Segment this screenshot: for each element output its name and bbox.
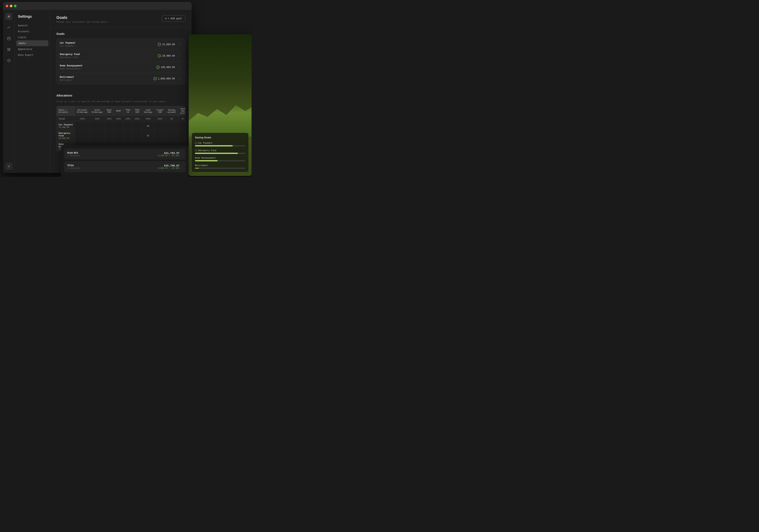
- sidebar-item-data-export[interactable]: Data Export: [15, 52, 50, 58]
- cell-total-joint[interactable]: 100%: [90, 116, 104, 122]
- add-goal-icon: ⊕: [165, 17, 167, 20]
- account-right: $31,784.97 6,528.93 | +25.85% ›: [158, 151, 182, 157]
- goal-check-icon: ✓: [153, 77, 157, 80]
- goal-info: Car Payment Car Payment: [60, 41, 75, 47]
- settings-heading: Settings: [15, 13, 50, 22]
- cell-total-personal[interactable]: 100%: [75, 116, 90, 122]
- row-label-emergency-fund: Emergency Fund20,000.00: [57, 130, 75, 141]
- sidebar-item-accounts[interactable]: Accounts: [15, 28, 50, 34]
- sg-item-home-downpayment: Home Downpayment: [195, 157, 245, 161]
- col-header-rrsp: RRSP: [114, 106, 123, 116]
- cell-total-tfsa-usd[interactable]: 100%: [133, 116, 142, 122]
- cell-ef-roth[interactable]: [104, 130, 114, 141]
- close-button[interactable]: [6, 5, 8, 7]
- cell-total-rrsp[interactable]: 100%: [114, 116, 123, 122]
- chart-nav-icon[interactable]: [5, 24, 12, 31]
- cell-total-roth[interactable]: 100%: [104, 116, 114, 122]
- cell-ef-tfsa-ca[interactable]: [123, 130, 133, 141]
- account-change: 8,684.10 | +32.04%: [158, 167, 179, 169]
- goals-section: Goals Car Payment Car Payment ✓ 15,000.0…: [50, 27, 192, 89]
- sg-item-car-payment: ✓ Car Payment: [195, 142, 245, 146]
- row-label-total: Total: [57, 116, 75, 122]
- account-row-roth-ira[interactable]: Roth IRA 1 accounts $31,784.97 6,528.93 …: [64, 148, 185, 160]
- cell-car-rrsp[interactable]: [114, 122, 123, 130]
- calendar-nav-icon[interactable]: [5, 35, 12, 42]
- history-nav-icon[interactable]: [5, 57, 12, 64]
- settings-sidebar: Settings General Accounts Limits Goals A…: [15, 10, 50, 173]
- cell-total-roth-joint[interactable]: 0%: [178, 116, 185, 122]
- goal-right: ✓ 100,000.00 ⋮: [156, 65, 182, 69]
- sidebar-item-appearance[interactable]: Appearance: [15, 46, 50, 52]
- chevron-down-icon: ›: [181, 165, 182, 168]
- goal-info: Home Downpayment Home Downpayment: [60, 64, 83, 70]
- goal-amount: ✓ 100,000.00: [156, 66, 175, 69]
- cell-total-tfsa-ca[interactable]: 100%: [123, 116, 133, 122]
- col-header-tfsa-ca: TFSACA: [123, 106, 133, 116]
- sg-check-icon: ✓: [195, 142, 197, 144]
- account-info: TFSA 2 accounts: [67, 164, 80, 169]
- col-header-joint-brokerage: JointBrokerage: [90, 106, 104, 116]
- sidebar-toggle-icon[interactable]: ⊞: [5, 163, 12, 170]
- integration-nav-icon[interactable]: [5, 46, 12, 53]
- goal-menu-button[interactable]: ⋮: [177, 76, 182, 81]
- sidebar-item-goals[interactable]: Goals: [16, 40, 48, 46]
- goal-check-icon: ✓: [158, 43, 161, 46]
- cell-car-tfsa-usd[interactable]: [133, 122, 142, 130]
- sg-bar-car-payment: [195, 145, 245, 146]
- cell-ef-tfsa-usd[interactable]: [133, 130, 142, 141]
- cell-ef-crypto[interactable]: [154, 130, 166, 141]
- cell-car-saving[interactable]: [166, 122, 178, 130]
- settings-nav-icon[interactable]: ⚙: [5, 13, 12, 20]
- table-row-total: Total 100% 100% 100% 100% 100% 100% 100%…: [57, 116, 185, 122]
- account-change: 6,528.93 | +25.85%: [158, 154, 179, 157]
- account-value: $35,790.67 8,684.10 | +32.04%: [158, 164, 179, 169]
- sg-label-car-payment: ✓ Car Payment: [195, 142, 245, 144]
- sg-item-emergency-fund: ✓ Emergency Fund: [195, 149, 245, 154]
- account-name: Roth IRA: [67, 151, 80, 154]
- cell-total-crypto[interactable]: 100%: [154, 116, 166, 122]
- goal-info: Emergency Fund Emergency Fund: [60, 53, 80, 59]
- cell-ef-cash[interactable]: 50: [142, 130, 154, 141]
- goal-name: Retirement: [60, 76, 74, 78]
- goal-amount: ✓ 15,000.00: [158, 43, 175, 46]
- cell-car-personal[interactable]: [75, 122, 90, 130]
- goal-item-car-payment[interactable]: Car Payment Car Payment ✓ 15,000.00 ⋮: [57, 39, 185, 50]
- goal-right: ✓ 20,000.00 ⋮: [158, 54, 182, 58]
- cell-total-saving[interactable]: 0%: [166, 116, 178, 122]
- goal-item-emergency-fund[interactable]: Emergency Fund Emergency Fund ✓ 20,000.0…: [57, 50, 185, 61]
- cell-ef-rrsp[interactable]: [114, 130, 123, 141]
- table-row-emergency-fund: Emergency Fund20,000.00 50: [57, 130, 185, 141]
- cell-car-tfsa-ca[interactable]: [123, 122, 133, 130]
- fullscreen-button[interactable]: [14, 5, 17, 7]
- goal-item-retirement[interactable]: Retirement Retirement ✓ 1,000,000.00 ⋮: [57, 73, 185, 84]
- add-goal-button[interactable]: ⊕ + Add goal: [162, 15, 185, 21]
- landscape-bg: [189, 97, 252, 137]
- goal-item-home-downpayment[interactable]: Home Downpayment Home Downpayment ✓ 100,…: [57, 61, 185, 73]
- sidebar-item-general[interactable]: General: [15, 22, 50, 28]
- cell-ef-roth-joint[interactable]: [178, 130, 185, 141]
- goal-name: Car Payment: [60, 41, 75, 44]
- goal-menu-button[interactable]: ⋮: [177, 54, 182, 58]
- cell-car-roth-joint[interactable]: [178, 122, 185, 130]
- cell-car-joint[interactable]: [90, 122, 104, 130]
- goal-menu-button[interactable]: ⋮: [177, 42, 182, 47]
- sg-bar-home-downpayment: [195, 160, 245, 161]
- svg-rect-1: [8, 37, 10, 40]
- col-header-saving-account: Savingaccount: [166, 106, 178, 116]
- cell-car-crypto[interactable]: [154, 122, 166, 130]
- page-header: Goals Manage your investment and saving …: [50, 10, 192, 27]
- cell-ef-saving[interactable]: [166, 130, 178, 141]
- goal-info: Retirement Retirement: [60, 76, 74, 81]
- cell-total-cash[interactable]: 100%: [142, 116, 154, 122]
- goal-menu-button[interactable]: ⋮: [177, 65, 182, 69]
- accounts-panel: Roth IRA 1 accounts $31,784.97 6,528.93 …: [61, 145, 189, 177]
- cell-car-roth[interactable]: [104, 122, 114, 130]
- sg-fill-emergency-fund: [195, 153, 238, 154]
- sidebar-item-limits[interactable]: Limits: [15, 34, 50, 40]
- goals-list: Car Payment Car Payment ✓ 15,000.00 ⋮: [57, 38, 185, 84]
- cell-ef-personal[interactable]: [75, 130, 90, 141]
- account-row-tfsa[interactable]: TFSA 2 accounts $35,790.67 8,684.10 | +3…: [64, 161, 185, 172]
- cell-ef-joint[interactable]: [90, 130, 104, 141]
- cell-car-cash[interactable]: 50: [142, 122, 154, 130]
- minimize-button[interactable]: [10, 5, 12, 7]
